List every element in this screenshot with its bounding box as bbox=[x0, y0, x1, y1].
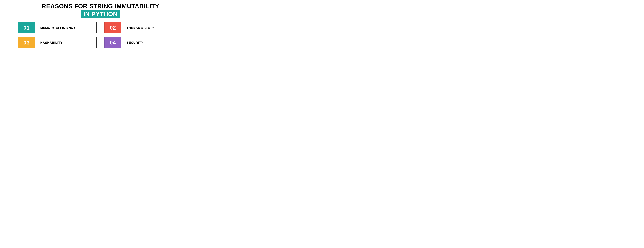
diagram-container: REASONS FOR STRING IMMUTABILITY IN PYTHO… bbox=[0, 2, 201, 48]
title-line2: IN PYTHON bbox=[81, 10, 120, 18]
reasons-grid: 01 MEMORY EFFICIENCY 02 THREAD SAFETY 03… bbox=[18, 22, 183, 48]
reason-label: SECURITY bbox=[121, 37, 183, 48]
title-block: REASONS FOR STRING IMMUTABILITY IN PYTHO… bbox=[42, 2, 159, 18]
reason-label: THREAD SAFETY bbox=[121, 22, 183, 33]
reason-number: 02 bbox=[104, 22, 121, 33]
reason-number: 03 bbox=[18, 37, 35, 48]
reason-card: 02 THREAD SAFETY bbox=[104, 22, 183, 33]
reason-card: 04 SECURITY bbox=[104, 37, 183, 48]
reason-card: 01 MEMORY EFFICIENCY bbox=[18, 22, 96, 33]
reason-label: HASHABILITY bbox=[35, 37, 96, 48]
reason-card: 03 HASHABILITY bbox=[18, 37, 96, 48]
title-line1: REASONS FOR STRING IMMUTABILITY bbox=[42, 2, 159, 10]
reason-number: 04 bbox=[104, 37, 121, 48]
reason-number: 01 bbox=[18, 22, 35, 33]
reason-label: MEMORY EFFICIENCY bbox=[35, 22, 96, 33]
